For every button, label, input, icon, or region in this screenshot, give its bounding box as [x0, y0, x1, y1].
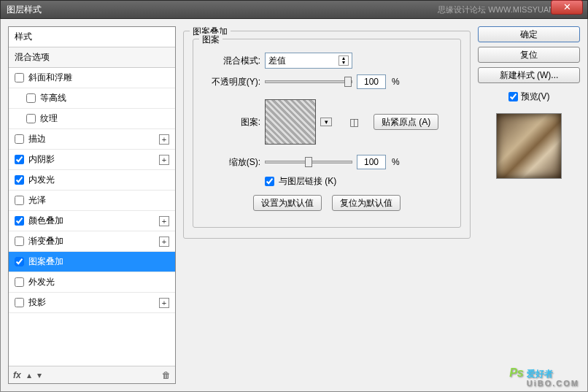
preview-checkbox[interactable] [508, 92, 518, 101]
style-item[interactable]: 内发光 [9, 170, 175, 191]
opacity-label: 不透明度(Y): [202, 76, 260, 88]
chevron-updown-icon: ▴▾ [339, 55, 349, 66]
link-layer-label: 与图层链接 (K) [279, 175, 336, 188]
pattern-overlay-group: 图案叠加 图案 混合模式: 差值 ▴▾ 不透明度(Y): 100 % [183, 31, 471, 239]
scale-label: 缩放(S): [202, 156, 260, 169]
settings-column: 图案叠加 图案 混合模式: 差值 ▴▾ 不透明度(Y): 100 % [183, 26, 471, 384]
style-checkbox[interactable] [15, 175, 24, 185]
add-effect-icon[interactable]: + [159, 216, 169, 226]
scale-unit: % [392, 157, 400, 167]
window-title: 图层样式 [7, 4, 438, 16]
dialog-body: 样式 混合选项 斜面和浮雕等高线纹理描边+内阴影+内发光光泽颜色叠加+渐变叠加+… [0, 19, 588, 392]
reset-button[interactable]: 复位 [478, 47, 580, 63]
preview-label: 预览(V) [521, 91, 550, 103]
watermark-ps: Ps [509, 366, 524, 380]
style-checkbox[interactable] [26, 93, 36, 103]
up-icon[interactable]: ▴ [27, 370, 31, 380]
style-checkbox[interactable] [26, 114, 36, 123]
style-item[interactable]: 斜面和浮雕 [9, 68, 175, 88]
opacity-slider[interactable] [265, 80, 352, 83]
title-bar: 图层样式 思缘设计论坛 WWW.MISSYUAN.COM ✕ [0, 0, 588, 19]
style-label: 图案叠加 [28, 255, 169, 268]
close-button[interactable]: ✕ [551, 0, 583, 15]
style-checkbox[interactable] [15, 73, 24, 82]
style-label: 内阴影 [28, 153, 159, 166]
style-label: 斜面和浮雕 [28, 72, 169, 84]
new-style-button[interactable]: 新建样式 (W)... [478, 67, 580, 83]
style-label: 外发光 [28, 276, 169, 288]
add-effect-icon[interactable]: + [159, 155, 169, 165]
scale-slider[interactable] [265, 161, 352, 164]
style-label: 纹理 [40, 112, 169, 125]
opacity-input[interactable]: 100 [357, 74, 386, 89]
style-label: 光泽 [28, 194, 169, 207]
watermark-sub: UiBO.COM [527, 379, 579, 388]
style-checkbox[interactable] [15, 298, 24, 307]
style-label: 颜色叠加 [28, 215, 159, 227]
styles-header[interactable]: 样式 [9, 27, 175, 47]
style-item[interactable]: 等高线 [9, 88, 175, 109]
style-checkbox[interactable] [15, 216, 24, 226]
fx-icon[interactable]: fx [13, 370, 21, 380]
style-checkbox[interactable] [15, 277, 24, 287]
ok-button[interactable]: 确定 [478, 26, 580, 42]
style-label: 投影 [28, 296, 159, 309]
set-default-button[interactable]: 设置为默认值 [253, 195, 322, 211]
list-footer: fx ▴ ▾ 🗑 [9, 366, 175, 383]
pattern-group: 图案 混合模式: 差值 ▴▾ 不透明度(Y): 100 % 图案: [193, 39, 461, 228]
style-item[interactable]: 光泽 [9, 191, 175, 211]
style-item[interactable]: 渐变叠加+ [9, 231, 175, 252]
link-layer-checkbox[interactable] [265, 177, 274, 186]
add-effect-icon[interactable]: + [159, 237, 169, 247]
pattern-dropdown-icon[interactable]: ▾ [320, 118, 332, 126]
add-effect-icon[interactable]: + [159, 298, 169, 308]
style-label: 等高线 [40, 92, 169, 104]
slider-thumb[interactable] [305, 157, 312, 167]
blend-mode-value: 差值 [268, 55, 286, 67]
style-item[interactable]: 内阴影+ [9, 150, 175, 170]
style-item[interactable]: 颜色叠加+ [9, 211, 175, 231]
style-label: 描边 [28, 133, 159, 145]
style-item[interactable]: 图案叠加 [9, 252, 175, 272]
style-checkbox[interactable] [15, 237, 24, 246]
snap-origin-button[interactable]: 贴紧原点 (A) [374, 114, 438, 130]
style-checkbox[interactable] [15, 155, 24, 164]
blending-options[interactable]: 混合选项 [9, 47, 175, 68]
pattern-label: 图案: [202, 116, 260, 128]
down-icon[interactable]: ▾ [37, 370, 42, 380]
watermark-main: 爱好者 [527, 369, 553, 379]
slider-thumb[interactable] [344, 77, 352, 87]
style-item[interactable]: 描边+ [9, 129, 175, 150]
pattern-thumbnail[interactable] [265, 99, 316, 145]
watermark: Ps 爱好者 UiBO.COM [509, 366, 579, 388]
opacity-unit: % [392, 77, 400, 87]
style-item[interactable]: 外发光 [9, 272, 175, 293]
reset-default-button[interactable]: 复位为默认值 [332, 195, 401, 211]
trash-icon[interactable]: 🗑 [162, 370, 171, 380]
actions-column: 确定 复位 新建样式 (W)... 预览(V) [478, 26, 580, 384]
preview-swatch [496, 113, 562, 179]
style-checkbox[interactable] [15, 257, 24, 266]
blend-mode-label: 混合模式: [202, 55, 260, 67]
style-checkbox[interactable] [15, 134, 24, 144]
style-label: 内发光 [28, 174, 169, 186]
list-spacer [9, 313, 175, 366]
add-effect-icon[interactable]: + [159, 134, 169, 145]
scale-input[interactable]: 100 [357, 155, 386, 169]
inner-group-title: 图案 [199, 34, 223, 46]
styles-column: 样式 混合选项 斜面和浮雕等高线纹理描边+内阴影+内发光光泽颜色叠加+渐变叠加+… [8, 26, 176, 384]
blend-mode-select[interactable]: 差值 ▴▾ [265, 53, 352, 69]
style-label: 渐变叠加 [28, 235, 159, 247]
style-item[interactable]: 纹理 [9, 109, 175, 129]
styles-list: 样式 混合选项 斜面和浮雕等高线纹理描边+内阴影+内发光光泽颜色叠加+渐变叠加+… [8, 26, 176, 384]
new-preset-icon[interactable]: ◫ [349, 116, 359, 128]
style-checkbox[interactable] [15, 196, 24, 205]
style-item[interactable]: 投影+ [9, 293, 175, 313]
